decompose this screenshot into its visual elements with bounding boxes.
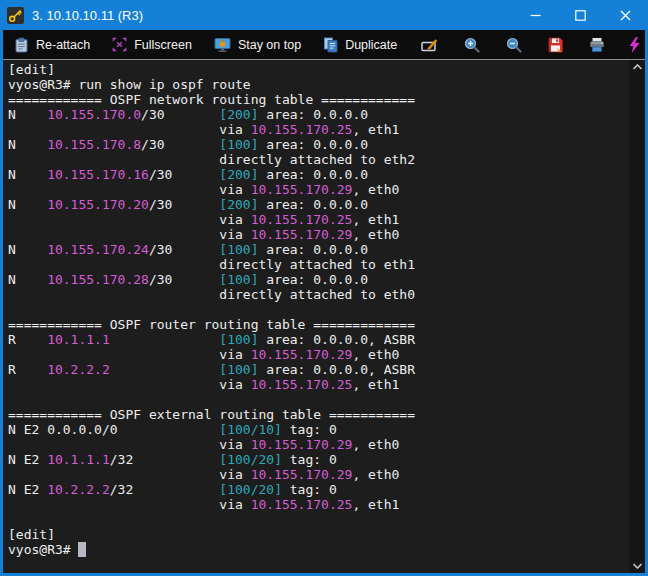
scroll-down-button[interactable] <box>633 563 642 569</box>
close-window-button[interactable] <box>603 0 648 30</box>
terminal-screen[interactable]: [edit] vyos@R3# run show ip ospf route =… <box>3 60 629 573</box>
fullscreen-button[interactable]: Fullscreen <box>101 30 203 59</box>
fullscreen-label: Fullscreen <box>134 38 192 52</box>
save-button[interactable] <box>535 30 576 59</box>
window-title: 3. 10.10.10.11 (R3) <box>32 8 143 23</box>
terminal-window: 3. 10.10.10.11 (R3) <box>0 0 648 576</box>
caption-buttons <box>513 0 648 30</box>
print-button[interactable] <box>576 30 618 59</box>
duplicate-label: Duplicate <box>345 38 397 52</box>
main-area: [edit] vyos@R3# run show ip ospf route =… <box>3 60 645 573</box>
toolbar: Re-attach Fullscreen S <box>3 30 645 59</box>
terminal-output: [edit] vyos@R3# run show ip ospf route =… <box>8 62 629 557</box>
key-icon <box>7 7 24 24</box>
edit-pencil-icon <box>421 37 438 52</box>
close-icon <box>620 10 631 21</box>
terminal-scrollbar[interactable] <box>629 60 645 573</box>
fullscreen-expand-icon <box>112 37 127 52</box>
maximize-icon <box>575 10 586 21</box>
reattach-label: Re-attach <box>36 38 90 52</box>
zoom-in-button[interactable] <box>451 30 493 59</box>
terminal-cursor <box>78 542 86 557</box>
stay-on-top-label: Stay on top <box>238 38 301 52</box>
minimize-icon <box>530 10 541 21</box>
zoom-in-icon <box>464 37 480 53</box>
minimize-button[interactable] <box>513 0 558 30</box>
hide-toolbar-button[interactable]: Hide toolbar <box>618 30 645 59</box>
titlebar[interactable]: 3. 10.10.10.11 (R3) <box>0 0 648 30</box>
lightning-icon <box>629 37 640 53</box>
edit-button[interactable] <box>408 30 451 59</box>
printer-icon <box>589 37 605 53</box>
scroll-up-button[interactable] <box>633 64 642 70</box>
duplicate-pages-icon <box>323 37 338 53</box>
stay-on-top-monitor-lock-icon <box>214 37 231 53</box>
reattach-button[interactable]: Re-attach <box>3 30 101 59</box>
zoom-out-button[interactable] <box>493 30 535 59</box>
maximize-button[interactable] <box>558 0 603 30</box>
save-floppy-icon <box>548 37 563 53</box>
reattach-clipboard-icon <box>14 37 29 53</box>
stay-on-top-button[interactable]: Stay on top <box>203 30 312 59</box>
zoom-out-icon <box>506 37 522 53</box>
duplicate-button[interactable]: Duplicate <box>312 30 408 59</box>
